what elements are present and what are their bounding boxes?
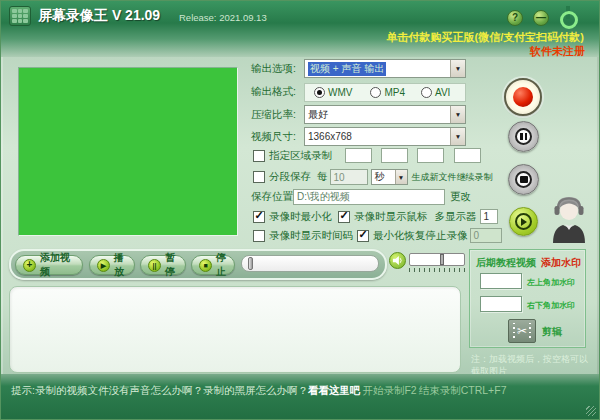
buy-license-link[interactable]: 单击付款购买正版(微信/支付宝扫码付款) bbox=[387, 30, 584, 45]
checkbox-region-record[interactable] bbox=[253, 150, 265, 162]
help-button[interactable]: ? bbox=[507, 10, 523, 26]
compression-label: 压缩比率: bbox=[251, 108, 304, 122]
stop-record-button[interactable] bbox=[508, 164, 539, 195]
chevron-down-icon[interactable]: ▼ bbox=[395, 170, 407, 184]
segment-save-label: 分段保存 bbox=[269, 170, 311, 184]
segment-seconds-input[interactable]: 10 bbox=[330, 169, 368, 185]
watermark-panel: 后期教程视频 添加水印 左上角加水印 右下角加水印 ✂ 剪辑 bbox=[469, 249, 586, 348]
radio-wmv[interactable] bbox=[314, 87, 325, 98]
watermark-label-1: 左上角加水印 bbox=[527, 277, 585, 288]
minimize-button[interactable]: — bbox=[533, 10, 549, 26]
show-cursor-label: 录像时显示鼠标 bbox=[354, 210, 428, 224]
add-video-button[interactable]: + 添加视频 bbox=[15, 255, 83, 275]
volume-slider-handle[interactable] bbox=[440, 254, 444, 265]
chevron-down-icon[interactable]: ▼ bbox=[450, 60, 465, 77]
watermark-input-1[interactable] bbox=[480, 273, 522, 289]
output-format-label-wrap: 输出格式: bbox=[251, 85, 304, 99]
hotkey-start: 开始录制F2 bbox=[362, 384, 416, 396]
video-size-select[interactable]: 1366x768 ▼ bbox=[304, 127, 466, 146]
output-option-value: 视频 + 声音 输出 bbox=[308, 62, 386, 76]
radio-avi[interactable] bbox=[421, 87, 432, 98]
volume-ruler-ticks bbox=[409, 268, 466, 272]
unregistered-badge: 软件未注册 bbox=[530, 44, 585, 59]
radio-mp4-label: MP4 bbox=[384, 87, 405, 98]
minimize-restore-input[interactable]: 0 bbox=[470, 228, 502, 243]
multi-display-input[interactable]: 1 bbox=[480, 209, 498, 224]
close-power-button[interactable] bbox=[558, 5, 582, 31]
resize-grip[interactable] bbox=[586, 406, 596, 416]
stop-video-button[interactable]: ■ 停止 bbox=[191, 255, 235, 275]
pause-icon: || bbox=[148, 259, 161, 272]
video-size-value: 1366x768 bbox=[308, 131, 352, 142]
radio-avi-label: AVI bbox=[435, 87, 450, 98]
checkbox-show-timecode[interactable] bbox=[253, 230, 265, 242]
release-date: Release: 2021.09.13 bbox=[179, 12, 267, 23]
check-icon: ✓ bbox=[339, 210, 348, 221]
region-x2-input[interactable] bbox=[417, 148, 444, 163]
clip-video-button[interactable]: ✂ bbox=[508, 319, 536, 343]
save-location-row: 保存位置 D:\我的视频 更改 bbox=[251, 189, 471, 205]
check-icon: ✓ bbox=[358, 229, 367, 240]
checkbox-minimize-restore-stop[interactable]: ✓ bbox=[357, 230, 369, 242]
play-record-button[interactable] bbox=[509, 207, 538, 236]
stop-icon: ■ bbox=[199, 259, 212, 272]
play-video-button[interactable]: ▶ 播放 bbox=[89, 255, 135, 275]
stop-label: 停止 bbox=[216, 251, 227, 279]
save-location-label: 保存位置 bbox=[251, 190, 293, 204]
checkbox-segment-save[interactable] bbox=[253, 171, 265, 183]
pause-icon bbox=[515, 128, 532, 145]
segment-unit-select[interactable]: 秒 ▼ bbox=[371, 169, 408, 185]
pause-video-button[interactable]: || 暂停 bbox=[140, 255, 186, 275]
headset-person-icon bbox=[549, 193, 589, 243]
record-options-row-2: 录像时显示时间码 ✓ 最小化恢复停止录像 0 bbox=[253, 228, 502, 243]
volume-button[interactable] bbox=[389, 252, 406, 269]
region-y1-input[interactable] bbox=[381, 148, 408, 163]
multi-display-label: 多显示器 bbox=[435, 210, 477, 224]
seek-slider-handle[interactable] bbox=[248, 257, 253, 270]
minimize-on-record-label: 录像时最小化 bbox=[269, 210, 332, 224]
chevron-down-icon[interactable]: ▼ bbox=[450, 128, 465, 145]
add-watermark-button[interactable]: 添加水印 bbox=[541, 256, 581, 270]
play-label: 播放 bbox=[114, 251, 127, 279]
play-icon bbox=[515, 213, 532, 230]
video-size-label: 视频尺寸: bbox=[251, 130, 304, 144]
help-icon: ? bbox=[512, 13, 518, 23]
pause-label: 暂停 bbox=[165, 251, 178, 279]
record-icon bbox=[513, 87, 533, 107]
status-tip-link[interactable]: 看看这里吧 bbox=[308, 384, 361, 396]
save-location-input[interactable]: D:\我的视频 bbox=[293, 189, 445, 205]
compression-row: 压缩比率: 最好 ▼ bbox=[251, 105, 466, 124]
watermark-input-2[interactable] bbox=[480, 296, 522, 312]
region-x1-input[interactable] bbox=[345, 148, 372, 163]
segment-save-row: 分段保存 每 10 秒 ▼ 生成新文件继续录制 bbox=[253, 169, 493, 185]
watermark-label-2: 右下角加水印 bbox=[527, 300, 585, 311]
compression-value: 最好 bbox=[308, 108, 328, 122]
output-option-select[interactable]: 视频 + 声音 输出 ▼ bbox=[304, 59, 466, 78]
segment-suffix-label: 生成新文件继续录制 bbox=[412, 171, 493, 184]
status-bar: 提示:录制的视频文件没有声音怎么办啊？录制的黑屏怎么办啊？看看这里吧开始录制F2… bbox=[11, 384, 507, 398]
show-timecode-label: 录像时显示时间码 bbox=[269, 229, 353, 243]
add-video-label: 添加视频 bbox=[40, 251, 75, 279]
stop-icon bbox=[515, 171, 532, 188]
output-format-group: WMV MP4 AVI bbox=[304, 83, 466, 102]
speaker-icon bbox=[392, 255, 403, 266]
clip-label: 剪辑 bbox=[542, 325, 562, 339]
change-location-button[interactable]: 更改 bbox=[450, 190, 471, 204]
segment-unit-value: 秒 bbox=[375, 170, 385, 184]
video-preview-area bbox=[18, 67, 238, 236]
support-avatar bbox=[549, 193, 589, 247]
pause-record-button[interactable] bbox=[508, 121, 539, 152]
chevron-down-icon[interactable]: ▼ bbox=[450, 106, 465, 123]
hotkey-end: 结束录制CTRL+F7 bbox=[419, 384, 507, 396]
radio-mp4[interactable] bbox=[370, 87, 381, 98]
record-button[interactable] bbox=[504, 78, 542, 116]
checkbox-show-cursor[interactable]: ✓ bbox=[338, 211, 350, 223]
volume-slider[interactable] bbox=[409, 253, 465, 266]
checkbox-minimize-on-record[interactable]: ✓ bbox=[253, 211, 265, 223]
seek-slider[interactable] bbox=[241, 255, 379, 272]
region-y2-input[interactable] bbox=[454, 148, 481, 163]
minimize-icon: — bbox=[536, 13, 546, 23]
video-list-box[interactable] bbox=[9, 286, 461, 373]
tutorial-video-label[interactable]: 后期教程视频 bbox=[476, 256, 536, 270]
compression-select[interactable]: 最好 ▼ bbox=[304, 105, 466, 124]
